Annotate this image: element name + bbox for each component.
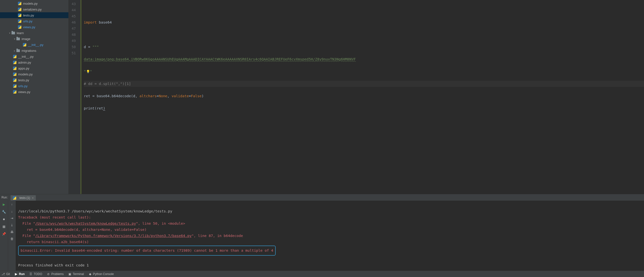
tree-file[interactable]: views.py xyxy=(0,24,68,30)
code-line-43[interactable] xyxy=(84,7,644,13)
editor-area: 434445464748495051 import base64 d = """… xyxy=(69,0,644,194)
soft-wrap-icon[interactable]: ⇥ xyxy=(10,216,14,220)
tree-item-label: apps.py xyxy=(18,67,30,70)
intention-bulb-icon[interactable]: 💡 xyxy=(86,70,90,73)
tree-item-label: image xyxy=(22,37,30,41)
run-label: Run: xyxy=(2,196,8,199)
tree-folder[interactable]: ▸migrations xyxy=(0,48,68,54)
gutter-line-number[interactable]: 51 xyxy=(72,50,76,56)
code-content[interactable]: import base64 d = """ data:image/png;bas… xyxy=(82,0,644,194)
tree-item-label: __init__.py xyxy=(28,43,44,47)
tree-file[interactable]: __init__.py xyxy=(0,42,68,48)
code-line-48[interactable]: "💡" xyxy=(84,69,644,75)
close-icon[interactable]: ✕ xyxy=(32,196,34,200)
print-icon[interactable]: 🖶 xyxy=(10,230,14,234)
traceback-code-2: return binascii.a2b_base64(s) xyxy=(18,240,89,244)
tree-file[interactable]: models.py xyxy=(0,71,68,77)
tree-folder[interactable]: ▾image xyxy=(0,36,68,42)
python-file-icon xyxy=(18,7,22,11)
code-line-47[interactable]: data:image/png;base64,iVBORw0KGgoAAAANSU… xyxy=(84,56,644,62)
code-line-51[interactable]: print(ret) xyxy=(84,105,644,112)
bottom-python-console[interactable]: ◆ Python Console xyxy=(88,272,114,276)
tree-file[interactable]: tests.py xyxy=(0,77,68,83)
tree-file[interactable]: admin.py xyxy=(0,59,68,65)
python-file-icon xyxy=(18,2,22,6)
tree-item-label: views.py xyxy=(18,90,30,94)
python-file-icon xyxy=(13,90,17,94)
traceback-header: Traceback (most recent call last): xyxy=(18,215,91,219)
bottom-problems[interactable]: ⊘ Problems xyxy=(46,272,64,276)
gutter-line-number[interactable]: 43 xyxy=(72,1,76,7)
wrench-icon[interactable]: 🔧 xyxy=(2,209,6,214)
run-body: ▶ 🔧 ■ ▦ 📌 ↑ ↓ ⇥ ⤓ 🖶 🗑 /usr/local/bin/pyt… xyxy=(0,201,644,276)
console-output[interactable]: /usr/local/bin/python3.7 /Users/wyc/work… xyxy=(16,201,644,276)
tree-file[interactable]: models.py xyxy=(0,1,68,7)
bottom-toolbar: ⎇ Git ▶ Run ☰ TODO ⊘ Problems ▣ Terminal… xyxy=(0,270,644,277)
tree-item-label: __init__.py xyxy=(18,55,34,59)
tree-file[interactable]: __init__.py xyxy=(0,54,68,59)
tree-item-label: models.py xyxy=(18,73,32,76)
chevron-down-icon[interactable]: ▾ xyxy=(8,32,11,34)
gutter-line-number[interactable]: 49 xyxy=(72,38,76,44)
gutter-line-number[interactable]: 48 xyxy=(72,32,76,38)
bottom-terminal[interactable]: ▣ Terminal xyxy=(68,272,84,276)
chevron-right-icon[interactable]: ▸ xyxy=(13,49,16,52)
code-change-marker xyxy=(80,0,82,194)
tree-item-label: tests.py xyxy=(23,14,34,17)
tree-file[interactable]: tests.py xyxy=(0,12,68,18)
folder-icon xyxy=(16,49,20,53)
tree-item-label: views.py xyxy=(23,25,35,29)
code-line-46[interactable]: d = """ xyxy=(84,44,644,50)
bottom-run[interactable]: ▶ Run xyxy=(14,272,24,276)
python-file-icon xyxy=(13,60,17,64)
code-line-44[interactable]: import base64 xyxy=(84,20,644,26)
todo-list-icon: ☰ xyxy=(29,272,32,276)
run-side-toolbar-2: ↑ ↓ ⇥ ⤓ 🖶 🗑 xyxy=(8,201,16,276)
python-file-icon xyxy=(13,66,17,70)
bottom-git[interactable]: ⎇ Git xyxy=(2,272,10,276)
tree-file[interactable]: apps.py xyxy=(0,65,68,71)
gutter-line-number[interactable]: 47 xyxy=(72,26,76,32)
run-tab[interactable]: tests (1) ✕ xyxy=(10,195,36,201)
python-file-icon xyxy=(12,196,16,200)
code-line-50[interactable]: ret = base64.b64decode(d, altchars=None,… xyxy=(84,93,644,99)
tree-file[interactable]: views.py xyxy=(0,89,68,95)
tree-file[interactable]: urls.py xyxy=(0,18,68,24)
error-highlight-box: binascii.Error: Invalid base64-encoded s… xyxy=(18,245,276,256)
rerun-icon[interactable]: ▶ xyxy=(2,202,6,206)
scroll-to-end-icon[interactable]: ⤓ xyxy=(10,223,14,227)
code-line-49[interactable]: # dd = d.split(",")[1] xyxy=(84,81,644,87)
bottom-todo[interactable]: ☰ TODO xyxy=(29,272,42,276)
traceback-file-link-1[interactable]: /Users/wyc/work/wechatSystem/knowLedge/t… xyxy=(35,221,136,225)
git-branch-icon: ⎇ xyxy=(2,272,5,276)
tree-item-label: urls.py xyxy=(23,20,32,23)
python-console-icon: ◆ xyxy=(88,272,92,276)
python-file-icon xyxy=(18,25,22,29)
gutter-line-number[interactable]: 46 xyxy=(72,20,76,26)
stop-icon[interactable]: ■ xyxy=(2,217,6,221)
layout-icon[interactable]: ▦ xyxy=(2,224,6,229)
chevron-down-icon[interactable]: ▾ xyxy=(13,38,16,40)
tree-item-label: learn xyxy=(17,31,24,35)
up-arrow-icon[interactable]: ↑ xyxy=(10,202,14,206)
python-file-icon xyxy=(18,13,22,17)
folder-icon xyxy=(16,37,20,41)
editor-gutter: 434445464748495051 xyxy=(69,0,80,194)
ide-root: models.pyserializers.pytests.pyurls.pyvi… xyxy=(0,0,644,277)
tree-item-label: urls.py xyxy=(18,84,28,88)
trash-icon[interactable]: 🗑 xyxy=(10,236,14,241)
tree-file[interactable]: serializers.py xyxy=(0,7,68,12)
down-arrow-icon[interactable]: ↓ xyxy=(10,209,14,213)
tree-folder[interactable]: ▾learn xyxy=(0,30,68,36)
main-area: models.pyserializers.pytests.pyurls.pyvi… xyxy=(0,0,644,194)
traceback-file-link-2[interactable]: /Library/Frameworks/Python.framework/Ver… xyxy=(35,234,192,238)
code-line-45[interactable] xyxy=(84,32,644,38)
project-tree[interactable]: models.pyserializers.pytests.pyurls.pyvi… xyxy=(0,0,69,194)
exit-code: Process finished with exit code 1 xyxy=(18,263,89,267)
gutter-line-number[interactable]: 44 xyxy=(72,7,76,13)
tree-item-label: serializers.py xyxy=(23,8,42,11)
tree-file[interactable]: urls.py xyxy=(0,83,68,89)
gutter-line-number[interactable]: 45 xyxy=(72,13,76,20)
gutter-line-number[interactable]: 50 xyxy=(72,44,76,50)
pin-icon[interactable]: 📌 xyxy=(2,231,6,236)
